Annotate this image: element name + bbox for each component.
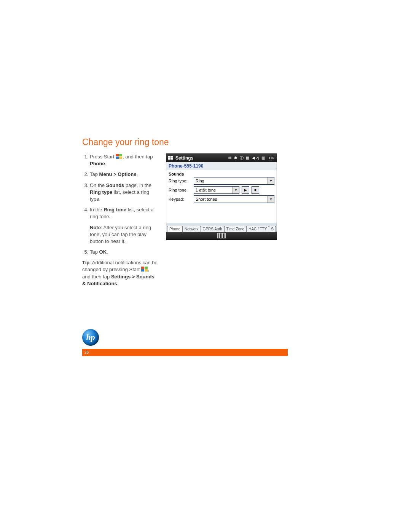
play-button[interactable]: ▶ [242, 186, 249, 194]
step-4: In the Ring tone list, select a ring ton… [90, 206, 158, 245]
tab-scroll-left-icon[interactable]: ◄ [276, 226, 277, 232]
page-title: Change your ring tone [82, 137, 288, 147]
chevron-down-icon[interactable]: ▼ [233, 187, 239, 193]
text: In the [90, 207, 104, 212]
ring-tone-value: 1 at&t tone [194, 188, 233, 192]
svg-rect-8 [168, 156, 170, 158]
svg-rect-6 [141, 269, 144, 272]
hp-logo: hp [82, 329, 99, 346]
svg-rect-0 [116, 154, 119, 156]
step-3: On the Sounds page, in the Ring type lis… [90, 182, 158, 203]
tab-overflow[interactable]: S [269, 226, 276, 232]
phone-number-header: Phone-555-1190 [166, 162, 277, 170]
ok-button[interactable]: OK [268, 156, 275, 160]
tab-strip: Phone Network GPRS Auth Time Zone HAC / … [166, 223, 277, 232]
text: Ring tone [104, 207, 126, 212]
windows-start-icon [141, 267, 148, 272]
ring-tone-label: Ring tone: [169, 188, 191, 192]
svg-rect-2 [116, 157, 119, 159]
stop-button[interactable]: ■ [252, 186, 259, 194]
tab-network[interactable]: Network [182, 226, 201, 232]
svg-rect-3 [119, 157, 122, 159]
keypad-value: Short tones [194, 197, 268, 201]
chevron-down-icon[interactable]: ▼ [268, 177, 274, 184]
page-footer: 26 [82, 349, 288, 356]
steps-list: Press Start , and then tap Phone. Tap Me… [82, 153, 158, 256]
note-label: Note [90, 225, 101, 230]
step-1: Press Start , and then tap Phone. [90, 153, 158, 167]
tab-hac-tty[interactable]: HAC / TTY [246, 226, 269, 232]
windows-start-icon [116, 154, 123, 160]
svg-rect-7 [145, 269, 148, 272]
sounds-panel: Sounds Ring type: Ring ▼ Ring tone: 1 at… [166, 170, 277, 223]
tip-label: Tip [82, 260, 89, 265]
ring-type-label: Ring type: [169, 179, 191, 183]
text: Menu > Options [99, 171, 137, 177]
text: Sounds [106, 182, 124, 188]
svg-rect-4 [141, 267, 144, 269]
page-number: 26 [84, 350, 89, 355]
step-2: Tap Menu > Options. [90, 171, 158, 178]
ring-type-value: Ring [194, 179, 268, 183]
chevron-down-icon[interactable]: ▼ [268, 196, 274, 203]
text: . [105, 161, 107, 166]
keypad-select[interactable]: Short tones ▼ [194, 195, 274, 203]
svg-rect-9 [170, 156, 173, 158]
device-title: Settings [175, 155, 226, 161]
device-screenshot: Settings ✉ ✱ ⓘ ▦ ◀◁ ▥ OK Phone-555-1190 … [166, 153, 277, 240]
keyboard-icon[interactable] [217, 233, 226, 238]
status-icons: ✉ ✱ ⓘ ▦ ◀◁ ▥ [228, 155, 266, 161]
svg-rect-10 [168, 158, 170, 160]
text: , and then tap [123, 154, 153, 160]
windows-start-icon[interactable] [168, 156, 173, 160]
text: Ring type [90, 189, 112, 195]
text: . [107, 249, 108, 255]
text: Tap [90, 171, 99, 177]
text: . [117, 281, 119, 286]
section-sounds: Sounds [169, 172, 274, 176]
keypad-label: Keypad: [169, 197, 191, 201]
text: Tap [90, 249, 99, 255]
text: Press Start [90, 154, 116, 160]
text: page, in the [124, 182, 151, 188]
step-5: Tap OK. [90, 249, 158, 256]
text: . [136, 171, 138, 177]
svg-rect-11 [170, 158, 173, 160]
device-titlebar: Settings ✉ ✱ ⓘ ▦ ◀◁ ▥ OK [166, 154, 277, 162]
device-bottom-bar [166, 232, 277, 240]
svg-rect-5 [145, 267, 148, 269]
tab-phone[interactable]: Phone [167, 226, 183, 232]
ring-tone-select[interactable]: 1 at&t tone ▼ [194, 186, 239, 194]
svg-rect-1 [119, 154, 122, 156]
tip-block: Tip: Additional notifications can be cha… [82, 259, 158, 287]
text: Phone [90, 161, 105, 166]
ring-type-select[interactable]: Ring ▼ [194, 177, 274, 185]
text: On the [90, 182, 106, 188]
tab-gprs-auth[interactable]: GPRS Auth [201, 226, 225, 232]
tab-time-zone[interactable]: Time Zone [224, 226, 247, 232]
text: OK [99, 249, 107, 255]
